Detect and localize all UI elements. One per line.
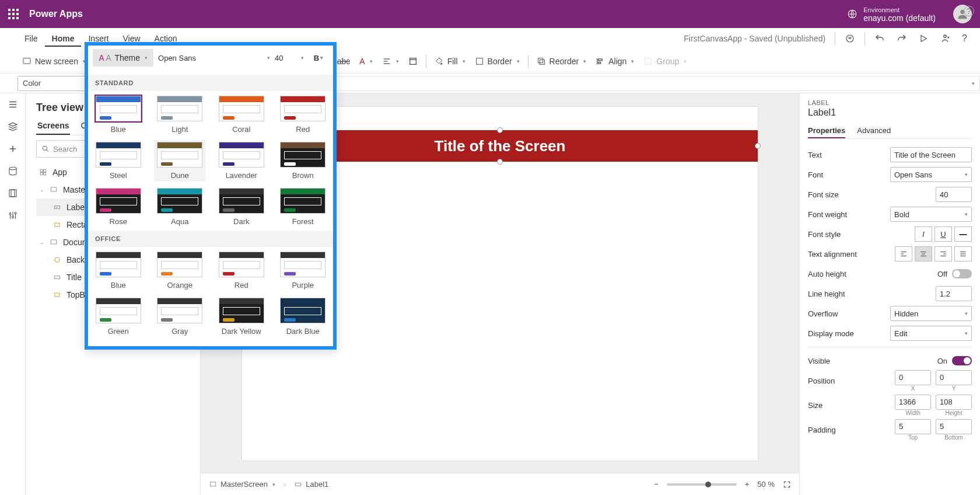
theme-coral[interactable]: Coral (217, 96, 266, 134)
prop-text[interactable]: Title of the Screen (890, 147, 972, 162)
theme-dune[interactable]: Dune (154, 140, 206, 182)
undo-icon[interactable] (869, 30, 891, 47)
environment-selector[interactable]: Environment enayu.com (default) (863, 6, 946, 22)
prop-pad-bottom[interactable]: 5 (936, 419, 972, 434)
svg-rect-12 (538, 58, 542, 62)
breadcrumb-label[interactable]: Label1 (294, 480, 328, 489)
tab-advanced[interactable]: Advanced (857, 124, 891, 138)
svg-rect-9 (410, 58, 416, 64)
font-color-button[interactable]: A▾ (355, 54, 377, 68)
svg-rect-46 (210, 482, 215, 486)
play-icon[interactable] (913, 30, 934, 47)
new-screen-button[interactable]: New screen▾ (18, 54, 90, 68)
prop-pos-y[interactable]: 0 (936, 370, 972, 385)
border-button[interactable]: Border▾ (470, 54, 524, 68)
zoom-slider[interactable] (667, 483, 737, 486)
theme-blue[interactable]: Blue (94, 252, 143, 290)
theme-red[interactable]: Red (217, 252, 266, 290)
theme-red[interactable]: Red (279, 96, 328, 134)
svg-rect-13 (540, 60, 544, 64)
app-header: Power Apps Environment enayu.com (defaul… (0, 0, 980, 28)
zoom-in-icon[interactable]: + (745, 480, 750, 489)
prop-align[interactable] (895, 246, 972, 262)
prop-fontstyle[interactable]: I U — (915, 226, 972, 242)
zoom-value: 50 % (757, 480, 775, 489)
insert-icon[interactable] (8, 144, 18, 154)
theme-popup-bold[interactable]: B▾ (309, 49, 328, 67)
svg-point-4 (944, 35, 947, 38)
settings-icon[interactable] (8, 210, 18, 221)
fill-button[interactable]: Fill▾ (430, 54, 470, 68)
share-icon[interactable] (934, 30, 956, 47)
svg-point-30 (12, 216, 13, 218)
reorder-button[interactable]: Reorder▾ (532, 54, 592, 68)
theme-blue[interactable]: Blue (94, 96, 143, 134)
zoom-out-icon[interactable]: − (654, 480, 659, 489)
svg-point-43 (55, 257, 60, 262)
data-icon[interactable] (8, 166, 18, 176)
prop-fontsize[interactable]: 40 (936, 187, 972, 202)
breadcrumb-screen[interactable]: MasterScreen▾ (209, 480, 275, 489)
hamburger-icon[interactable] (8, 99, 18, 110)
prop-height[interactable]: 108 (936, 395, 972, 410)
prop-overflow[interactable]: Hidden▾ (890, 306, 972, 321)
svg-rect-44 (54, 276, 60, 279)
prop-lineheight[interactable]: 1.2 (936, 286, 972, 301)
svg-point-31 (15, 212, 16, 214)
prop-font[interactable]: Open Sans▾ (890, 167, 972, 182)
theme-rose[interactable]: Rose (94, 188, 143, 226)
theme-popup-font[interactable]: Open Sans▾ (158, 54, 270, 62)
prop-visible[interactable] (952, 356, 972, 365)
prop-display[interactable]: Edit▾ (890, 326, 972, 341)
svg-rect-35 (44, 169, 46, 172)
theme-section-office: OFFICE (88, 231, 333, 247)
left-rail (0, 93, 26, 495)
align-button[interactable]: Align▾ (591, 54, 639, 68)
media-icon[interactable] (8, 188, 18, 198)
redo-icon[interactable] (891, 30, 913, 47)
theme-steel[interactable]: Steel (94, 142, 143, 180)
theme-brown[interactable]: Brown (279, 142, 328, 180)
fullscreen-icon[interactable] (783, 480, 791, 489)
tab-screens[interactable]: Screens (36, 117, 70, 135)
vert-align-button[interactable] (404, 54, 422, 68)
theme-forest[interactable]: Forest (279, 188, 328, 226)
theme-light[interactable]: Light (156, 96, 205, 134)
prop-name: Label1 (808, 107, 972, 118)
prop-fontweight[interactable]: Bold▾ (890, 207, 972, 222)
theme-dark-yellow[interactable]: Dark Yellow (217, 298, 266, 336)
menu-file[interactable]: File (18, 30, 45, 47)
prop-pos-x[interactable]: 0 (895, 370, 931, 385)
prop-autoheight[interactable] (952, 269, 972, 278)
svg-marker-3 (921, 35, 926, 41)
prop-pad-top[interactable]: 5 (895, 419, 931, 434)
svg-rect-42 (51, 240, 56, 244)
theme-aqua[interactable]: Aqua (156, 188, 205, 226)
prop-type: LABEL (808, 99, 972, 106)
environment-icon[interactable] (846, 8, 859, 20)
property-selector[interactable] (18, 76, 90, 91)
svg-rect-16 (598, 62, 601, 64)
svg-line-33 (47, 150, 48, 152)
svg-point-23 (9, 167, 16, 170)
theme-popup-size[interactable]: 40▾ (275, 54, 304, 62)
theme-dark[interactable]: Dark (217, 188, 266, 226)
theme-lavender[interactable]: Lavender (217, 142, 266, 180)
theme-purple[interactable]: Purple (279, 252, 328, 290)
theme-orange[interactable]: Orange (156, 252, 205, 290)
group-button[interactable]: Group▾ (639, 54, 691, 68)
text-align-button[interactable]: ▾ (377, 54, 404, 68)
prop-width[interactable]: 1366 (895, 395, 931, 410)
svg-rect-11 (476, 58, 482, 64)
theme-gray[interactable]: Gray (156, 298, 205, 336)
theme-popup-button[interactable]: AATheme▾ (93, 49, 153, 67)
properties-panel: ? LABEL Label1 Properties Advanced TextT… (799, 93, 980, 495)
tree-view-icon[interactable] (8, 121, 18, 132)
menu-home[interactable]: Home (45, 30, 82, 47)
theme-green[interactable]: Green (94, 298, 143, 336)
theme-dark-blue[interactable]: Dark Blue (279, 298, 328, 336)
tab-properties[interactable]: Properties (808, 124, 845, 138)
app-checker-icon[interactable] (839, 30, 861, 47)
help-icon[interactable]: ? (956, 30, 973, 47)
waffle-icon[interactable] (8, 9, 19, 19)
